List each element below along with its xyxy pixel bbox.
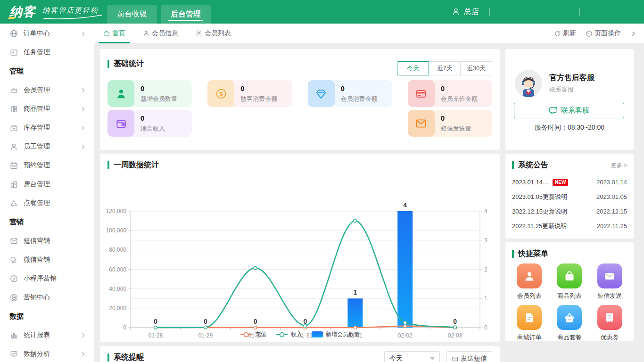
system-announcements-card: 系统公告 更多 > 2023.01.14… NEW 2023.01.14 202… [505, 154, 634, 239]
sidebar-item[interactable]: 会员管理 [0, 81, 94, 99]
chevron-right-icon [80, 87, 86, 93]
stat-card[interactable]: 0 短信发送量 [408, 110, 492, 137]
legend-item[interactable]: 充值 [240, 330, 266, 338]
svg-text:80,000: 80,000 [109, 247, 126, 253]
store-name: 总店 [464, 7, 479, 17]
service-title: 官方售后客服 [549, 73, 594, 83]
announcement-row[interactable]: 2022.12.15更新说明 2022.12.15 [505, 204, 634, 219]
quick-menu-item[interactable]: 短信发送 [590, 263, 630, 300]
panel-title: 一周数据统计 [100, 154, 500, 170]
home-icon [103, 30, 110, 37]
announcement-title: 2023.01.05更新说明 [512, 193, 567, 201]
more-link[interactable]: 更多 > [611, 162, 627, 170]
stat-card[interactable]: 0 会员消费金额 [308, 80, 392, 107]
doclist-icon [195, 30, 203, 37]
sidebar-item[interactable]: 点餐管理 [0, 194, 94, 213]
wallet-icon [107, 110, 134, 137]
page-tab[interactable]: 会员列表 [194, 24, 232, 43]
header-nav-tab[interactable]: 后台管理 [161, 5, 211, 24]
chat-bubble-icon [549, 107, 558, 115]
header-nav-tab[interactable]: 前台收银 [107, 5, 157, 24]
sidebar-item[interactable]: 小程序营销 [0, 269, 94, 288]
date-filter-button[interactable]: 今天 [397, 61, 429, 75]
app-header: 纳客 纳客管店更轻松 前台收银 后台管理 总店 [0, 0, 644, 24]
goods-icon [9, 105, 18, 114]
refresh-button[interactable]: 刷新 [554, 29, 576, 38]
globe-icon [9, 29, 18, 38]
announcement-row[interactable]: 2023.01.05更新说明 2023.01.05 [505, 189, 634, 204]
sidebar-item[interactable]: 数据分析 [0, 345, 94, 362]
reminder-controls: 今天 发送短信 [384, 351, 492, 362]
page-tab[interactable]: 首页 [101, 24, 127, 43]
quick-menu-item[interactable]: 商城订单 [509, 305, 549, 342]
page-tab[interactable]: 会员信息 [141, 24, 180, 43]
customer-service-card: 官方售后客服 联系客服 联系客服 服务时间：08:30~20:00 [505, 49, 634, 150]
sidebar-item[interactable]: 微信营销 [0, 250, 94, 269]
sidebar-item-label: 库存管理 [24, 123, 50, 132]
chevron-right-icon[interactable] [630, 31, 636, 37]
calendar-icon [9, 161, 18, 170]
sidebar-item-label: 房台管理 [24, 180, 50, 189]
contact-service-button[interactable]: 联系客服 [514, 103, 624, 118]
stat-card[interactable]: $ 0 散客消费金额 [207, 80, 292, 107]
sidebar-item: 营销 [0, 213, 94, 231]
quick-menu-item[interactable]: 商品套餐 [549, 305, 589, 342]
sidebar-item[interactable]: 商品管理 [0, 99, 94, 118]
q-doc-icon [517, 305, 542, 330]
weekly-chart-panel: 一周数据统计 020,00040,00060,00080,000100,0001… [100, 154, 500, 342]
tabbar-actions: 刷新 页面操作 [554, 29, 644, 38]
sidebar-item[interactable]: 员工管理 [0, 137, 94, 156]
sidebar-item[interactable]: 短信营销 [0, 231, 94, 250]
announcement-title: 2023.01.14… [512, 179, 549, 186]
chevron-right-icon [80, 125, 86, 131]
sidebar-item[interactable]: 库存管理 [0, 118, 94, 137]
quick-menu-item[interactable]: 优惠券 [590, 305, 630, 342]
analysis-icon [9, 350, 18, 359]
send-sms-button[interactable]: 发送短信 [446, 351, 492, 362]
q-basket-icon [557, 305, 582, 330]
bankcard-icon [408, 80, 435, 107]
page-tabbar: 首页 会员信息 会员列表 刷新 页面操作 [94, 24, 644, 43]
sidebar-item[interactable]: 营销中心 [0, 288, 94, 307]
stat-card[interactable]: 0 新增会员数量 [107, 80, 192, 107]
sidebar-item[interactable]: 订单中心 [0, 24, 94, 43]
stat-card[interactable]: 0 会员充值金额 [408, 80, 492, 107]
announcement-row[interactable]: 2023.01.14… NEW 2023.01.14 [505, 175, 634, 189]
app-tagline: 纳客管店更轻松 [42, 6, 99, 15]
person-fill-icon [107, 80, 134, 107]
announcement-list: 2023.01.14… NEW 2023.01.14 2023.01.05更新说… [505, 175, 634, 233]
dining-icon [9, 199, 18, 208]
page-operations-button[interactable]: 页面操作 [586, 29, 621, 38]
store-switcher[interactable]: 总店 [451, 7, 479, 17]
quick-menu-item[interactable]: 商品列表 [549, 263, 589, 300]
sidebar-item[interactable]: 任务管理 [0, 43, 94, 62]
stat-card[interactable]: 0 综合收入 [107, 110, 192, 137]
quick-menu-item[interactable]: 会员列表 [509, 263, 549, 300]
quick-menu-label: 商品列表 [557, 292, 582, 300]
announcement-row[interactable]: 2022.11.25更新说明 2022.11.25 [505, 219, 634, 233]
sidebar-item[interactable]: 统计报表 [0, 326, 94, 345]
date-filter-button[interactable]: 近7天 [429, 61, 461, 75]
svg-text:3: 3 [484, 237, 487, 244]
reminder-date-select[interactable]: 今天 [384, 351, 440, 362]
stat-cards-grid: 0 新增会员数量 $ 0 散客消费金额 0 会员消费金额 [107, 80, 492, 137]
announcement-title: 2022.12.15更新说明 [512, 207, 567, 216]
sidebar-item[interactable]: 房台管理 [0, 175, 94, 194]
panel-title: 快捷菜单 [505, 242, 634, 259]
q-coupon-icon [597, 305, 622, 330]
legend-item[interactable]: 收入 [276, 330, 302, 338]
quick-menu-label: 会员列表 [517, 292, 542, 300]
stat-label: 短信发送量 [441, 124, 471, 133]
sidebar-item[interactable]: 预约管理 [0, 156, 94, 175]
svg-text:0: 0 [154, 318, 157, 325]
tagline-underline [42, 15, 103, 19]
date-filter-button[interactable]: 近30天 [460, 61, 492, 75]
legend-item[interactable]: 新增会员数量 [312, 330, 360, 338]
coin-icon: $ [207, 80, 234, 107]
sidebar-item-label: 预约管理 [24, 161, 50, 170]
svg-text:0: 0 [204, 318, 207, 325]
sidebar-item-label: 点餐管理 [24, 199, 50, 207]
refresh-icon [554, 30, 561, 37]
service-hours: 服务时间：08:30~20:00 [505, 123, 634, 132]
divider [489, 8, 490, 16]
